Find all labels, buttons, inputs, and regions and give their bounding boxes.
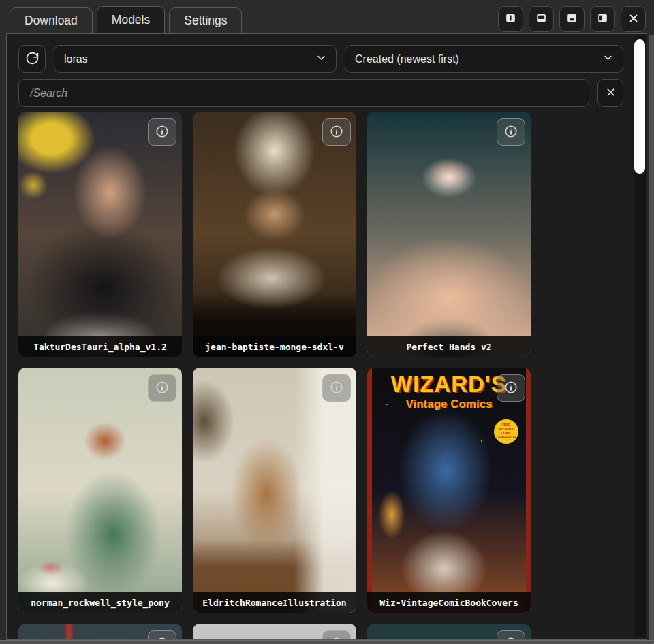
info-icon	[155, 636, 170, 641]
close-button[interactable]	[621, 6, 646, 32]
toolbar: loras Created (newest first)	[18, 45, 623, 73]
model-info-button[interactable]	[322, 374, 351, 402]
model-card[interactable]	[193, 624, 356, 640]
dock-top-icon	[535, 12, 548, 27]
close-icon	[627, 12, 640, 27]
model-thumbnail	[193, 368, 356, 613]
tab-settings[interactable]: Settings	[169, 7, 242, 33]
scrollbar-track[interactable]	[634, 36, 646, 637]
model-thumbnail	[18, 368, 182, 613]
model-info-button[interactable]	[148, 118, 176, 146]
comic-cover-badge: FREE WIZARD'S COMIC GENERATOR	[494, 419, 518, 444]
dock-bottom-button[interactable]	[559, 6, 585, 32]
sort-select[interactable]: Created (newest first)	[345, 45, 623, 73]
dock-left-button[interactable]	[590, 6, 615, 32]
window-frame-bottom	[0, 640, 654, 644]
split-columns-button[interactable]	[498, 6, 523, 32]
chevron-down-icon	[316, 52, 326, 65]
tab-models[interactable]: Models	[97, 6, 165, 33]
info-icon	[329, 636, 344, 641]
model-name-label: TakturDesTauri_alpha_v1.2	[18, 336, 182, 357]
model-info-button[interactable]	[497, 630, 525, 640]
model-info-button[interactable]	[148, 630, 176, 640]
window-frame-right	[649, 35, 654, 644]
model-type-select[interactable]: loras	[54, 45, 337, 73]
search-input[interactable]	[18, 79, 589, 107]
model-name-label: norman_rockwell_style_pony	[18, 592, 182, 613]
info-icon	[329, 124, 344, 141]
model-name-label: jean-baptiste-monge-sdxl-v	[193, 336, 356, 357]
info-icon	[155, 380, 170, 397]
model-card[interactable]	[18, 624, 182, 640]
close-icon	[605, 86, 617, 100]
model-info-button[interactable]	[148, 374, 176, 402]
model-info-button[interactable]	[322, 630, 351, 640]
app-window: Download Models Settings	[0, 0, 654, 644]
model-card[interactable]: EldritchRomanceIllustration	[193, 368, 356, 613]
info-icon	[503, 636, 518, 641]
refresh-button[interactable]	[18, 45, 46, 73]
info-icon	[503, 124, 518, 141]
model-type-value: loras	[64, 53, 88, 65]
info-icon	[329, 380, 344, 397]
info-icon	[155, 124, 170, 141]
model-card[interactable]: TakturDesTauri_alpha_v1.2	[18, 112, 182, 357]
model-name-label: EldritchRomanceIllustration	[193, 592, 356, 613]
dock-left-icon	[596, 12, 609, 27]
info-icon	[503, 380, 518, 397]
tab-download[interactable]: Download	[10, 7, 93, 33]
scrollbar-thumb[interactable]	[634, 39, 645, 174]
chevron-down-icon	[603, 52, 613, 65]
model-card[interactable]	[367, 624, 531, 640]
refresh-icon	[25, 51, 40, 67]
model-thumbnail	[367, 112, 531, 357]
model-thumbnail	[193, 112, 356, 357]
model-info-button[interactable]	[497, 374, 525, 402]
model-grid: TakturDesTauri_alpha_v1.2 jean-baptiste-…	[18, 112, 623, 640]
search-row	[18, 79, 623, 107]
sort-value: Created (newest first)	[355, 53, 459, 65]
model-card[interactable]: jean-baptiste-monge-sdxl-v	[193, 112, 356, 357]
models-panel: loras Created (newest first)	[6, 33, 647, 640]
dock-bottom-icon	[565, 12, 578, 27]
window-controls	[498, 6, 646, 32]
clear-search-button[interactable]	[597, 79, 623, 107]
model-card[interactable]: norman_rockwell_style_pony	[18, 368, 182, 613]
model-info-button[interactable]	[322, 118, 351, 146]
model-name-label: Perfect Hands v2	[367, 336, 531, 357]
model-info-button[interactable]	[497, 118, 525, 146]
split-columns-icon	[504, 12, 517, 27]
model-name-label: Wiz-VintageComicBookCovers	[367, 592, 531, 613]
model-card[interactable]: Perfect Hands v2	[367, 112, 531, 357]
model-thumbnail	[18, 112, 182, 357]
dock-top-button[interactable]	[529, 6, 554, 32]
model-card[interactable]: WIZARD'S Vintage Comics FREE WIZARD'S CO…	[367, 368, 531, 613]
